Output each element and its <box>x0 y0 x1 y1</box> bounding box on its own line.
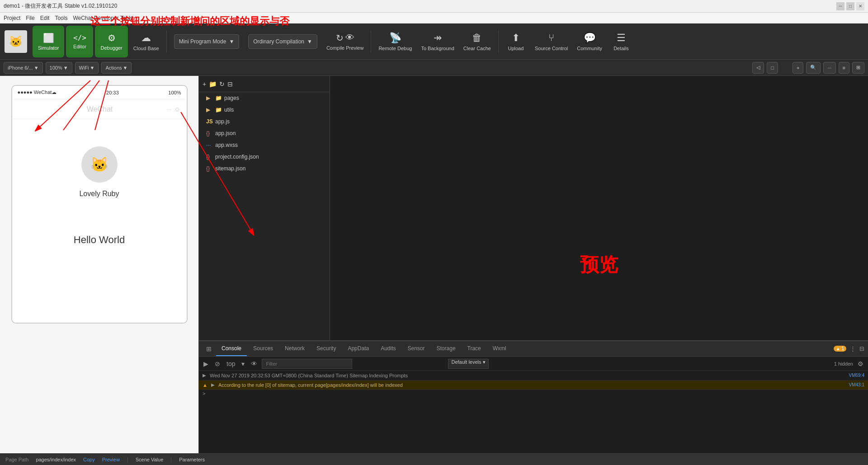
phone-battery: 100% <box>168 90 181 95</box>
source-control-button[interactable]: ⑂ Source Control <box>531 26 571 57</box>
page-path-value: pages/index/index <box>36 457 76 462</box>
file-item-appjs[interactable]: JS app.js <box>199 116 330 127</box>
tab-sources[interactable]: Sources <box>248 342 278 356</box>
file-item-appjson[interactable]: {} app.json <box>199 127 330 139</box>
to-background-button[interactable]: ↠ To Background <box>417 26 458 57</box>
file-item-appwxss[interactable]: ··· app.wxss <box>199 139 330 151</box>
execute-button[interactable]: ▶ <box>202 359 210 368</box>
tab-sensor[interactable]: Sensor <box>402 342 430 356</box>
file-item-utils[interactable]: ▶ 📁 utils <box>199 104 330 116</box>
message-text-1: Wed Nov 27 2019 20:32:53 GMT+0800 (China… <box>210 373 845 378</box>
zoom-selector[interactable]: 100% ▼ <box>46 62 72 74</box>
mini-program-mode-dropdown[interactable]: Mini Program Mode ▼ <box>174 34 240 49</box>
restore-button[interactable]: □ <box>846 2 854 10</box>
details-button[interactable]: ☰ Details <box>608 26 635 57</box>
phone-nav-more[interactable]: ··· <box>166 106 171 113</box>
hello-world-text: Hello World <box>74 234 125 246</box>
ordinary-compilation-dropdown[interactable]: Ordinary Compilation ▼ <box>248 34 317 49</box>
new-folder-button[interactable]: 📁 <box>209 80 217 88</box>
tab-wxml[interactable]: Wxml <box>487 342 512 356</box>
phone-frame: ●●●●● WeChat☁ 20:33 100% WeChat ··· ⊙ 🐱 <box>0 76 198 453</box>
undock-console-button[interactable]: ⊞ <box>203 343 215 354</box>
compile-preview-button[interactable]: ↻ 👁 Compile Preview <box>323 26 368 57</box>
search-button[interactable]: 🔍 <box>806 62 821 74</box>
collapse-files-button[interactable]: ⊟ <box>227 80 233 88</box>
close-button[interactable]: ✕ <box>856 2 864 10</box>
console-more-options[interactable]: ⋮ <box>850 345 856 352</box>
mini-mode-arrow: ▼ <box>229 38 234 45</box>
folder-collapse-icon-utils: ▶ <box>206 107 212 113</box>
preview-status-button[interactable]: Preview <box>102 457 120 462</box>
settings-console-button[interactable]: ⚙ <box>856 359 865 368</box>
tab-audits[interactable]: Audits <box>375 342 401 356</box>
tab-security[interactable]: Security <box>311 342 341 356</box>
phone-nav-title: WeChat <box>87 105 113 113</box>
refresh-files-button[interactable]: ↻ <box>219 80 225 88</box>
mini-mode-label: Mini Program Mode <box>179 38 226 45</box>
console-cursor-line: > <box>199 390 868 397</box>
default-levels-dropdown[interactable]: Default levels ▾ <box>448 359 488 369</box>
filter-input[interactable] <box>262 359 352 369</box>
separator-status: | <box>127 457 128 462</box>
new-file-button[interactable]: + <box>203 80 206 88</box>
cloud-base-icon: ☁ <box>141 32 151 44</box>
menu-edit[interactable]: Edit <box>40 15 50 21</box>
phone-nav-record[interactable]: ⊙ <box>175 106 179 113</box>
menu-settings[interactable]: WeChat Developer Tools <box>73 15 132 21</box>
message-loc-1[interactable]: VM69:4 <box>849 373 864 378</box>
user-name: Lovely Ruby <box>79 190 119 198</box>
network-selector[interactable]: WiFi ▼ <box>75 62 99 74</box>
editor-button[interactable]: </> Editor <box>66 26 93 57</box>
tab-appdata[interactable]: AppData <box>342 342 374 356</box>
stop-button[interactable]: ⊘ <box>213 359 222 368</box>
tab-network[interactable]: Network <box>279 342 310 356</box>
add-button[interactable]: + <box>793 62 803 74</box>
expand-icon-2[interactable]: ▶ <box>211 382 215 387</box>
cloud-base-button[interactable]: ☁ Cloud Base <box>130 26 163 57</box>
phone-content: 🐱 Lovely Ruby Hello World <box>12 119 187 323</box>
file-item-sitemap[interactable]: {} sitemap.json <box>199 163 330 174</box>
message-loc-2[interactable]: VM43:1 <box>849 382 864 387</box>
wxss-file-icon: ··· <box>206 142 212 148</box>
filter-button[interactable]: ≡ <box>839 62 849 74</box>
tab-console[interactable]: Console <box>216 342 247 356</box>
tab-trace[interactable]: Trace <box>462 342 486 356</box>
menu-file[interactable]: File <box>26 15 34 21</box>
actions-selector[interactable]: Actions ▼ <box>101 62 132 74</box>
console-expand-button[interactable]: ⊟ <box>859 345 864 352</box>
remote-debug-icon: 📡 <box>389 32 401 44</box>
upload-button[interactable]: ⬆ Upload <box>502 26 529 57</box>
backward-button[interactable]: ◁ <box>752 62 764 74</box>
more-options-button[interactable]: ··· <box>823 62 835 74</box>
editor-icon: </> <box>73 33 86 42</box>
separator2 <box>371 30 371 53</box>
simulator-button[interactable]: ⬜ Simulator <box>33 26 64 57</box>
page-path-label: Page Path <box>5 457 28 462</box>
separator1 <box>166 30 167 53</box>
js-file-icon: JS <box>206 118 212 125</box>
debugger-button[interactable]: ⚙ Debugger <box>95 26 127 57</box>
menu-tools[interactable]: Tools <box>55 15 67 21</box>
copy-button[interactable]: Copy <box>83 457 95 462</box>
console-tab-right-area: ▲ 1 ⋮ ⊟ <box>834 345 864 352</box>
file-item-pages[interactable]: ▶ 📁 pages <box>199 92 330 104</box>
message-text-2: According to the rule [0] of sitemap, cu… <box>218 382 845 388</box>
refresh-icon: ↻ <box>336 33 344 43</box>
eye-filter-button[interactable]: 👁 <box>249 359 259 368</box>
top-dropdown[interactable]: ▾ <box>240 359 246 368</box>
expand-icon-1[interactable]: ▶ <box>203 373 206 378</box>
minimize-button[interactable]: ─ <box>836 2 844 10</box>
clear-cache-button[interactable]: 🗑 Clear Cache <box>460 26 495 57</box>
community-button[interactable]: 💬 Community <box>573 26 606 57</box>
top-label: top <box>225 359 237 368</box>
console-tabs-bar: ⊞ Console Sources Network Security AppDa… <box>199 341 868 357</box>
menu-project[interactable]: Project <box>4 15 20 21</box>
console-message-2: ▲ ▶ According to the rule [0] of sitemap… <box>199 380 868 390</box>
device-selector[interactable]: iPhone 6/... ▼ <box>4 62 43 74</box>
align-button[interactable]: ⊞ <box>852 62 864 74</box>
tab-storage[interactable]: Storage <box>431 342 461 356</box>
details-icon: ☰ <box>617 32 626 44</box>
expand-button[interactable]: □ <box>767 62 778 74</box>
file-item-projectconfig[interactable]: {} project.config.json <box>199 151 330 163</box>
remote-debug-button[interactable]: 📡 Remote Debug <box>375 26 415 57</box>
